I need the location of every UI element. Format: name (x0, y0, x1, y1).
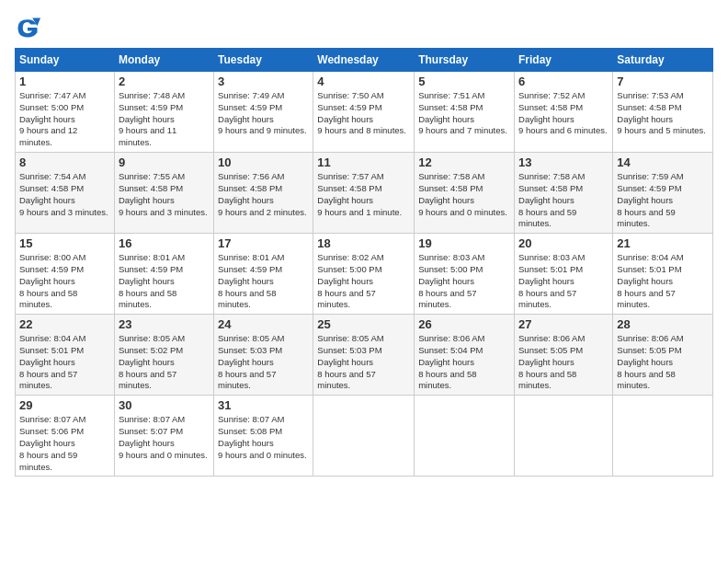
day-info: Sunrise: 8:07 AM Sunset: 5:07 PM Dayligh… (119, 414, 210, 461)
day-info: Sunrise: 8:05 AM Sunset: 5:03 PM Dayligh… (218, 333, 309, 392)
day-number: 10 (218, 155, 309, 169)
day-info: Sunrise: 8:02 AM Sunset: 5:00 PM Dayligh… (317, 252, 410, 311)
day-info: Sunrise: 7:54 AM Sunset: 4:58 PM Dayligh… (19, 171, 110, 218)
day-cell: 24 Sunrise: 8:05 AM Sunset: 5:03 PM Dayl… (214, 315, 313, 396)
day-info: Sunrise: 8:06 AM Sunset: 5:04 PM Dayligh… (418, 333, 510, 392)
day-number: 19 (418, 236, 510, 250)
day-info: Sunrise: 8:05 AM Sunset: 5:03 PM Dayligh… (317, 333, 410, 392)
day-cell: 8 Sunrise: 7:54 AM Sunset: 4:58 PM Dayli… (16, 153, 115, 234)
day-number: 13 (518, 155, 609, 169)
day-info: Sunrise: 8:01 AM Sunset: 4:59 PM Dayligh… (119, 252, 210, 311)
day-cell: 14 Sunrise: 7:59 AM Sunset: 4:59 PM Dayl… (613, 153, 713, 234)
day-cell: 20 Sunrise: 8:03 AM Sunset: 5:01 PM Dayl… (515, 234, 613, 315)
day-number: 31 (218, 398, 309, 412)
day-number: 11 (317, 155, 410, 169)
header-saturday: Saturday (613, 49, 713, 72)
day-cell: 23 Sunrise: 8:05 AM Sunset: 5:02 PM Dayl… (114, 315, 213, 396)
day-cell: 29 Sunrise: 8:07 AM Sunset: 5:06 PM Dayl… (16, 396, 115, 477)
day-number: 23 (119, 317, 210, 331)
day-info: Sunrise: 7:48 AM Sunset: 4:59 PM Dayligh… (119, 90, 210, 149)
day-number: 1 (19, 75, 110, 88)
day-cell: 16 Sunrise: 8:01 AM Sunset: 4:59 PM Dayl… (114, 234, 213, 315)
day-info: Sunrise: 7:57 AM Sunset: 4:58 PM Dayligh… (317, 171, 410, 218)
calendar-header-row: SundayMondayTuesdayWednesdayThursdayFrid… (16, 49, 713, 72)
day-cell (313, 396, 415, 477)
week-row-2: 8 Sunrise: 7:54 AM Sunset: 4:58 PM Dayli… (16, 153, 713, 234)
week-row-3: 15 Sunrise: 8:00 AM Sunset: 4:59 PM Dayl… (16, 234, 713, 315)
day-number: 5 (418, 75, 510, 88)
day-info: Sunrise: 7:47 AM Sunset: 5:00 PM Dayligh… (19, 90, 110, 149)
day-info: Sunrise: 7:53 AM Sunset: 4:58 PM Dayligh… (617, 90, 709, 137)
day-cell: 1 Sunrise: 7:47 AM Sunset: 5:00 PM Dayli… (16, 72, 115, 153)
day-number: 20 (518, 236, 609, 250)
day-cell: 31 Sunrise: 8:07 AM Sunset: 5:08 PM Dayl… (214, 396, 313, 477)
page-header (15, 15, 713, 40)
header-tuesday: Tuesday (214, 49, 313, 72)
day-number: 14 (617, 155, 709, 169)
day-info: Sunrise: 7:58 AM Sunset: 4:58 PM Dayligh… (418, 171, 510, 218)
logo (15, 15, 42, 40)
day-info: Sunrise: 8:07 AM Sunset: 5:08 PM Dayligh… (218, 414, 309, 461)
day-number: 28 (617, 317, 709, 331)
day-info: Sunrise: 7:55 AM Sunset: 4:58 PM Dayligh… (119, 171, 210, 218)
week-row-5: 29 Sunrise: 8:07 AM Sunset: 5:06 PM Dayl… (16, 396, 713, 477)
day-info: Sunrise: 8:07 AM Sunset: 5:06 PM Dayligh… (19, 414, 110, 473)
day-info: Sunrise: 8:06 AM Sunset: 5:05 PM Dayligh… (617, 333, 709, 392)
day-number: 26 (418, 317, 510, 331)
day-cell: 28 Sunrise: 8:06 AM Sunset: 5:05 PM Dayl… (613, 315, 713, 396)
day-info: Sunrise: 8:03 AM Sunset: 5:00 PM Dayligh… (418, 252, 510, 311)
day-info: Sunrise: 8:00 AM Sunset: 4:59 PM Dayligh… (19, 252, 110, 311)
day-cell: 15 Sunrise: 8:00 AM Sunset: 4:59 PM Dayl… (16, 234, 115, 315)
week-row-1: 1 Sunrise: 7:47 AM Sunset: 5:00 PM Dayli… (16, 72, 713, 153)
day-info: Sunrise: 8:05 AM Sunset: 5:02 PM Dayligh… (119, 333, 210, 392)
day-number: 4 (317, 75, 410, 88)
day-number: 9 (119, 155, 210, 169)
day-cell: 21 Sunrise: 8:04 AM Sunset: 5:01 PM Dayl… (613, 234, 713, 315)
day-cell: 26 Sunrise: 8:06 AM Sunset: 5:04 PM Dayl… (415, 315, 515, 396)
day-cell: 7 Sunrise: 7:53 AM Sunset: 4:58 PM Dayli… (613, 72, 713, 153)
day-cell: 5 Sunrise: 7:51 AM Sunset: 4:58 PM Dayli… (415, 72, 515, 153)
day-cell: 2 Sunrise: 7:48 AM Sunset: 4:59 PM Dayli… (114, 72, 213, 153)
day-number: 15 (19, 236, 110, 250)
day-number: 21 (617, 236, 709, 250)
day-cell (415, 396, 515, 477)
day-info: Sunrise: 8:04 AM Sunset: 5:01 PM Dayligh… (19, 333, 110, 392)
logo-icon (15, 15, 40, 40)
day-number: 22 (19, 317, 110, 331)
day-number: 18 (317, 236, 410, 250)
day-cell (515, 396, 613, 477)
day-number: 24 (218, 317, 309, 331)
calendar-table: SundayMondayTuesdayWednesdayThursdayFrid… (15, 48, 713, 477)
day-info: Sunrise: 8:03 AM Sunset: 5:01 PM Dayligh… (518, 252, 609, 311)
day-info: Sunrise: 7:52 AM Sunset: 4:58 PM Dayligh… (518, 90, 609, 137)
day-number: 17 (218, 236, 309, 250)
header-thursday: Thursday (415, 49, 515, 72)
day-info: Sunrise: 8:01 AM Sunset: 4:59 PM Dayligh… (218, 252, 309, 311)
day-number: 27 (518, 317, 609, 331)
day-info: Sunrise: 7:50 AM Sunset: 4:59 PM Dayligh… (317, 90, 410, 137)
day-info: Sunrise: 7:59 AM Sunset: 4:59 PM Dayligh… (617, 171, 709, 230)
day-info: Sunrise: 7:51 AM Sunset: 4:58 PM Dayligh… (418, 90, 510, 137)
day-info: Sunrise: 8:06 AM Sunset: 5:05 PM Dayligh… (518, 333, 609, 392)
day-info: Sunrise: 7:56 AM Sunset: 4:58 PM Dayligh… (218, 171, 309, 218)
day-number: 6 (518, 75, 609, 88)
day-number: 7 (617, 75, 709, 88)
day-cell: 27 Sunrise: 8:06 AM Sunset: 5:05 PM Dayl… (515, 315, 613, 396)
day-cell: 13 Sunrise: 7:58 AM Sunset: 4:58 PM Dayl… (515, 153, 613, 234)
day-cell: 10 Sunrise: 7:56 AM Sunset: 4:58 PM Dayl… (214, 153, 313, 234)
day-cell: 4 Sunrise: 7:50 AM Sunset: 4:59 PM Dayli… (313, 72, 415, 153)
calendar-body: 1 Sunrise: 7:47 AM Sunset: 5:00 PM Dayli… (16, 72, 713, 477)
week-row-4: 22 Sunrise: 8:04 AM Sunset: 5:01 PM Dayl… (16, 315, 713, 396)
header-monday: Monday (114, 49, 213, 72)
day-number: 30 (119, 398, 210, 412)
day-cell (613, 396, 713, 477)
day-info: Sunrise: 8:04 AM Sunset: 5:01 PM Dayligh… (617, 252, 709, 311)
day-cell: 18 Sunrise: 8:02 AM Sunset: 5:00 PM Dayl… (313, 234, 415, 315)
day-number: 29 (19, 398, 110, 412)
header-sunday: Sunday (16, 49, 115, 72)
day-cell: 9 Sunrise: 7:55 AM Sunset: 4:58 PM Dayli… (114, 153, 213, 234)
day-number: 16 (119, 236, 210, 250)
day-cell: 12 Sunrise: 7:58 AM Sunset: 4:58 PM Dayl… (415, 153, 515, 234)
day-cell: 6 Sunrise: 7:52 AM Sunset: 4:58 PM Dayli… (515, 72, 613, 153)
day-number: 3 (218, 75, 309, 88)
